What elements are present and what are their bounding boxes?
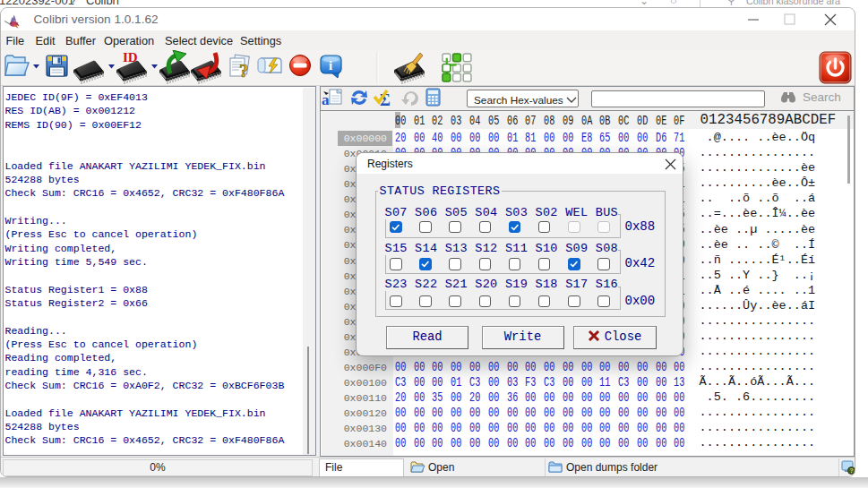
svg-text:?: ?	[239, 60, 249, 81]
svg-text:?: ?	[850, 467, 854, 474]
svg-text:i: i	[329, 58, 332, 73]
svg-text:ID: ID	[123, 50, 138, 64]
